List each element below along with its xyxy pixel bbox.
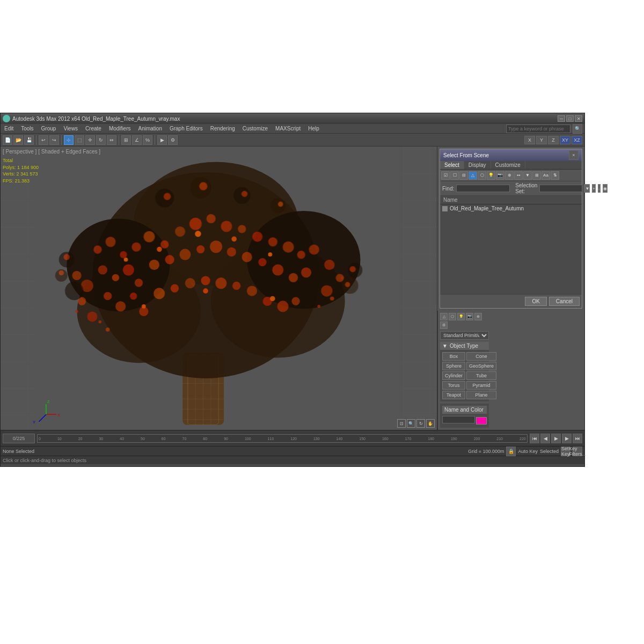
zoom-extents-button[interactable]: ⊡ (397, 419, 406, 428)
filter-button[interactable]: ▼ (523, 171, 532, 180)
undo-button[interactable]: ↩ (39, 135, 48, 145)
rotate-button[interactable]: ↻ (96, 135, 106, 145)
pan-button[interactable]: ✋ (426, 419, 435, 428)
find-input[interactable] (456, 185, 510, 192)
render-setup-button[interactable]: ⚙ (168, 135, 178, 145)
select-all-button[interactable]: ☑ (441, 171, 450, 180)
orbit-button[interactable]: ↻ (416, 419, 425, 428)
create-systems-button[interactable]: ⚙ (440, 321, 448, 329)
select-region-button[interactable]: ⬚ (75, 135, 84, 145)
sort-button[interactable]: ⇅ (551, 171, 559, 180)
sel-set-highlight-button[interactable]: ◉ (603, 184, 608, 193)
select-invert-button[interactable]: ⊟ (459, 171, 468, 180)
menu-help[interactable]: Help (306, 125, 321, 132)
zoom-button[interactable]: 🔍 (407, 419, 415, 428)
list-item[interactable]: Old_Red_Maple_Tree_Autumn (440, 204, 582, 213)
selection-set-input[interactable] (539, 185, 582, 192)
dialog-tab-customize[interactable]: Customize (491, 161, 525, 169)
percent-snap-button[interactable]: % (143, 135, 152, 145)
color-swatch[interactable] (476, 417, 487, 425)
create-shapes-button[interactable]: ⬡ (449, 313, 456, 320)
select-button[interactable]: ⊹ (64, 135, 74, 145)
cylinder-button[interactable]: Cylinder (442, 371, 465, 380)
save-button[interactable]: 💾 (24, 135, 34, 145)
shapes-filter-button[interactable]: ⬡ (478, 171, 486, 180)
move-button[interactable]: ✛ (85, 135, 95, 145)
timeline-track[interactable]: 0 10 20 30 40 50 60 70 80 90 100 110 120… (37, 434, 528, 443)
box-button[interactable]: Box (442, 352, 465, 361)
axis-y-button[interactable]: Y (536, 136, 547, 144)
sel-set-menu-button[interactable]: ▼ (584, 184, 590, 193)
geometry-filter-button[interactable]: △ (469, 171, 477, 180)
axis-xy-button[interactable]: XY (560, 136, 570, 144)
window-controls[interactable]: ─ □ ✕ (558, 115, 582, 122)
axis-xz-button[interactable]: XZ (572, 136, 582, 144)
sel-set-add-button[interactable]: + (592, 184, 596, 193)
helpers-filter-button[interactable]: ⊕ (505, 171, 514, 180)
display-subtree-button[interactable]: ⊞ (532, 171, 541, 180)
scale-button[interactable]: ⇔ (107, 135, 116, 145)
menu-tools[interactable]: Tools (19, 125, 35, 132)
fps-stat: FPS: 21.383 (3, 178, 39, 185)
ok-button[interactable]: OK (525, 297, 546, 306)
sphere-button[interactable]: Sphere (442, 362, 465, 370)
dialog-close-button[interactable]: × (569, 150, 579, 160)
torus-button[interactable]: Torus (442, 381, 465, 390)
object-name-input[interactable] (442, 416, 475, 423)
lights-filter-button[interactable]: 💡 (487, 171, 495, 180)
menu-animation[interactable]: Animation (136, 125, 163, 132)
go-to-start-button[interactable]: ⏮ (530, 434, 539, 443)
sel-set-del-button[interactable]: - (598, 184, 601, 193)
create-geometry-button[interactable]: △ (440, 313, 448, 320)
go-to-end-button[interactable]: ⏭ (573, 434, 582, 443)
angle-snap-button[interactable]: ∠ (132, 135, 142, 145)
menu-rendering[interactable]: Rendering (209, 125, 237, 132)
cone-button[interactable]: Cone (466, 352, 496, 361)
menu-edit[interactable]: Edit (3, 125, 15, 132)
create-lights-button[interactable]: 💡 (457, 313, 465, 320)
menu-create[interactable]: Create (84, 125, 103, 132)
minimize-button[interactable]: ─ (558, 115, 565, 122)
cameras-filter-button[interactable]: 📷 (496, 171, 504, 180)
menu-views[interactable]: Views (62, 125, 79, 132)
spacewarps-filter-button[interactable]: ↭ (514, 171, 523, 180)
maximize-button[interactable]: □ (566, 115, 574, 122)
prev-frame-button[interactable]: ◀ (540, 434, 550, 443)
menu-group[interactable]: Group (40, 125, 58, 132)
polys-label: Polys: (3, 165, 16, 170)
pyramid-button[interactable]: Pyramid (466, 381, 496, 390)
next-frame-button[interactable]: ▶ (562, 434, 572, 443)
snap-toggle-button[interactable]: ⊞ (121, 135, 131, 145)
close-button[interactable]: ✕ (575, 115, 582, 122)
viewport[interactable]: [ Perspective ] [ Shaded + Edged Faces ]… (1, 147, 437, 430)
menu-customize[interactable]: Customize (241, 125, 269, 132)
axis-z-button[interactable]: Z (548, 136, 559, 144)
lock-selection-button[interactable]: 🔒 (506, 447, 516, 456)
key-filters-button[interactable]: Key Filters... (573, 447, 582, 456)
render-button[interactable]: ▶ (157, 135, 167, 145)
create-helpers-button[interactable]: ⊕ (474, 313, 482, 320)
axis-x-button[interactable]: X (524, 136, 535, 144)
cancel-button[interactable]: Cancel (549, 297, 580, 306)
menu-modifiers[interactable]: Modifiers (107, 125, 133, 132)
play-button[interactable]: ▶ (551, 434, 561, 443)
menu-maxscript[interactable]: MAXScript (274, 125, 302, 132)
tube-button[interactable]: Tube (466, 371, 496, 380)
new-scene-button[interactable]: 📄 (3, 135, 12, 145)
search-icon[interactable]: 🔍 (573, 124, 582, 134)
keyword-search-input[interactable] (506, 125, 570, 133)
primitives-dropdown[interactable]: Standard Primitives (440, 331, 489, 340)
redo-button[interactable]: ↪ (49, 135, 59, 145)
case-sensitive-button[interactable]: Aa (541, 171, 550, 180)
dialog-tab-display[interactable]: Display (464, 161, 491, 169)
dialog-tab-select[interactable]: Select (440, 161, 464, 169)
create-cameras-button[interactable]: 📷 (466, 313, 473, 320)
menu-graph-editors[interactable]: Graph Editors (168, 125, 204, 132)
select-none-button[interactable]: ☐ (450, 171, 459, 180)
teapot-button[interactable]: Teapot (442, 391, 465, 399)
open-button[interactable]: 📂 (13, 135, 23, 145)
geosphere-button[interactable]: GeoSphere (466, 362, 496, 370)
dialog-object-list[interactable]: Old_Red_Maple_Tree_Autumn (440, 204, 582, 294)
plane-button[interactable]: Plane (466, 391, 496, 399)
frame-counter[interactable]: 0 / 225 (3, 434, 35, 443)
